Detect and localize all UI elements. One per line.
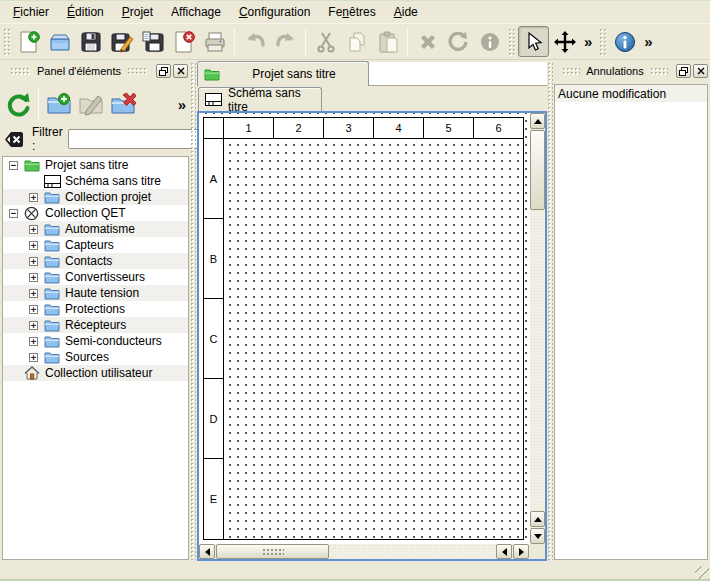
rotate-button[interactable]	[443, 26, 474, 57]
toolbar-drag-handle[interactable]	[599, 28, 606, 56]
about-button[interactable]	[609, 26, 640, 57]
tree-item-sources[interactable]: Sources	[3, 349, 188, 365]
tree-item-automatisme[interactable]: Automatisme	[3, 221, 188, 237]
expand-icon[interactable]	[29, 241, 38, 250]
new-category-button[interactable]	[43, 88, 75, 120]
tree-item-collection-utilisateur[interactable]: Collection utilisateur	[3, 365, 188, 381]
float-panel-button[interactable]	[676, 64, 691, 78]
print-button[interactable]	[199, 26, 230, 57]
redo-button[interactable]	[270, 26, 301, 57]
edit-category-button[interactable]	[75, 88, 107, 120]
menu-fichier[interactable]: Fichier	[4, 2, 58, 23]
rotate-icon	[447, 30, 471, 54]
vertical-scrollbar[interactable]	[530, 113, 545, 544]
column-header: 3	[323, 117, 374, 139]
schema-scene[interactable]: 1 2 3 4 5 6 A B C D E	[199, 113, 530, 544]
menu-edition[interactable]: Édition	[58, 2, 113, 23]
toolbar-drag-handle[interactable]	[508, 28, 515, 56]
tree-item-capteurs[interactable]: Capteurs	[3, 237, 188, 253]
toolbar-extension-chevron[interactable]: »	[640, 33, 656, 50]
move-tool-button[interactable]	[549, 26, 580, 57]
arrow-up-icon	[534, 119, 542, 124]
tab-label: Schéma sans titre	[228, 86, 321, 114]
horizontal-scroll-thumb[interactable]	[216, 544, 329, 559]
column-header: 1	[223, 117, 274, 139]
close-panel-button[interactable]	[173, 64, 188, 78]
save-icon	[79, 30, 103, 54]
paste-button[interactable]	[372, 26, 403, 57]
tree-item-semi-conducteurs[interactable]: Semi-conducteurs	[3, 333, 188, 349]
save-as-button[interactable]	[106, 26, 137, 57]
delete-button[interactable]	[412, 26, 443, 57]
scroll-right-button[interactable]	[513, 544, 529, 559]
tab-schema-sans-titre[interactable]: Schéma sans titre	[198, 87, 322, 111]
expand-icon[interactable]	[29, 257, 38, 266]
collapse-icon[interactable]	[9, 209, 18, 218]
tree-item-haute-tension[interactable]: Haute tension	[3, 285, 188, 301]
scroll-up-button-2[interactable]	[530, 511, 545, 527]
menu-affichage[interactable]: Affichage	[162, 2, 230, 23]
collections-toolbar-chevron[interactable]: »	[174, 96, 190, 113]
new-document-button[interactable]	[13, 26, 44, 57]
save-button[interactable]	[75, 26, 106, 57]
arrow-down-icon	[534, 534, 542, 539]
tree-item-recepteurs[interactable]: Récepteurs	[3, 317, 188, 333]
tree-item-schema[interactable]: Schéma sans titre	[3, 173, 188, 189]
tree-item-contacts[interactable]: Contacts	[3, 253, 188, 269]
float-panel-button[interactable]	[156, 64, 171, 78]
tree-item-collection-qet[interactable]: Collection QET	[3, 205, 188, 221]
expand-icon[interactable]	[29, 225, 38, 234]
scroll-down-button[interactable]	[530, 528, 545, 544]
undo-panel-titlebar[interactable]: Annulations	[556, 62, 708, 80]
expand-icon[interactable]	[29, 305, 38, 314]
vertical-scroll-thumb[interactable]	[530, 130, 545, 210]
element-info-button[interactable]	[474, 26, 505, 57]
collapse-icon[interactable]	[9, 161, 18, 170]
scroll-left-button[interactable]	[199, 544, 215, 559]
save-all-button[interactable]	[137, 26, 168, 57]
copy-button[interactable]	[341, 26, 372, 57]
expand-icon[interactable]	[29, 273, 38, 282]
tree-item-collection-projet[interactable]: Collection projet	[3, 189, 188, 205]
reload-icon	[4, 90, 32, 118]
horizontal-scrollbar[interactable]	[199, 544, 530, 559]
expand-icon[interactable]	[29, 321, 38, 330]
expand-icon[interactable]	[29, 353, 38, 362]
close-document-button[interactable]	[168, 26, 199, 57]
close-panel-button[interactable]	[693, 64, 708, 78]
elements-panel-title: Panel d'éléments	[37, 65, 121, 77]
cut-button[interactable]	[310, 26, 341, 57]
expand-icon[interactable]	[29, 337, 38, 346]
expand-icon[interactable]	[29, 193, 38, 202]
menu-aide[interactable]: Aide	[385, 2, 427, 23]
elements-panel-titlebar[interactable]: Panel d'éléments	[4, 62, 188, 80]
clear-filter-icon	[4, 131, 24, 148]
undo-list-item[interactable]: Aucune modification	[555, 85, 707, 102]
left-splitter-handle[interactable]	[190, 62, 196, 560]
scroll-left-button-2[interactable]	[496, 544, 512, 559]
toolbar-extension-chevron[interactable]: »	[580, 33, 596, 50]
right-splitter-handle[interactable]	[547, 62, 553, 560]
tab-projet-sans-titre[interactable]: Projet sans titre	[197, 61, 369, 86]
expand-icon[interactable]	[29, 289, 38, 298]
menu-configuration[interactable]: Configuration	[230, 2, 319, 23]
toolbar-drag-handle[interactable]	[3, 28, 10, 56]
window-size-grip[interactable]	[695, 566, 709, 580]
tree-item-protections[interactable]: Protections	[3, 301, 188, 317]
select-tool-button[interactable]	[518, 26, 549, 57]
menu-fenetres[interactable]: Fenêtres	[319, 2, 384, 23]
reload-collections-button[interactable]	[2, 88, 34, 120]
undo-panel-title: Annulations	[586, 65, 644, 77]
open-document-button[interactable]	[44, 26, 75, 57]
undo-button[interactable]	[239, 26, 270, 57]
scroll-up-button[interactable]	[530, 113, 545, 129]
column-header: 6	[473, 117, 524, 139]
folder-icon	[44, 238, 61, 252]
tree-item-convertisseurs[interactable]: Convertisseurs	[3, 269, 188, 285]
undo-history-list[interactable]: Aucune modification	[554, 84, 708, 560]
schema-view[interactable]: 1 2 3 4 5 6 A B C D E	[197, 111, 547, 561]
menu-projet[interactable]: Projet	[113, 2, 162, 23]
delete-category-button[interactable]	[107, 88, 139, 120]
tree-item-project[interactable]: Projet sans titre	[3, 157, 188, 173]
clear-filter-button[interactable]	[4, 131, 24, 148]
